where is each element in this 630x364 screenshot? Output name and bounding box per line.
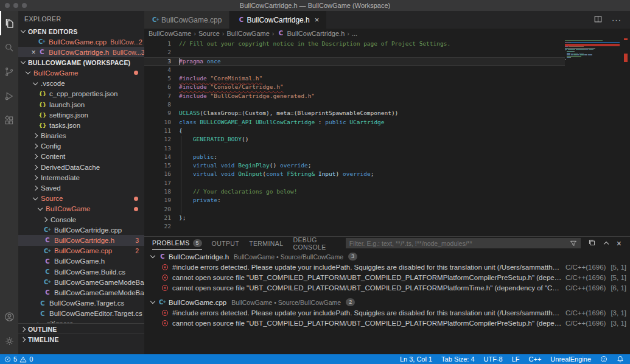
line-number[interactable]: 19 bbox=[144, 196, 179, 205]
panel-tab-terminal[interactable]: TERMINAL bbox=[249, 237, 283, 250]
tree-item-bullcowcartridge-cpp[interactable]: C+BullCowCartridge.cpp bbox=[18, 225, 144, 235]
status-tab-size-4[interactable]: Tab Size: 4 bbox=[441, 355, 474, 363]
activity-explorer-icon[interactable] bbox=[0, 11, 18, 35]
split-editor-icon[interactable] bbox=[594, 15, 602, 26]
activity-settings-icon[interactable] bbox=[0, 329, 18, 353]
filter-funnel-icon[interactable] bbox=[570, 240, 581, 247]
line-number[interactable]: 4 bbox=[144, 66, 179, 74]
code-line-10[interactable]: 10class BULLCOWGAME_API UBullCowCartridg… bbox=[144, 118, 565, 127]
tree-item-source[interactable]: Source bbox=[18, 194, 144, 204]
activity-account-icon[interactable] bbox=[0, 304, 18, 329]
tree-item-bullcowgame-build-cs[interactable]: CBullCowGame.Build.cs bbox=[18, 267, 144, 277]
line-number[interactable]: 22 bbox=[144, 222, 179, 231]
panel-tab-problems[interactable]: PROBLEMS5 bbox=[152, 237, 202, 250]
code-line-6[interactable]: 6#include "Console/Cartridge.h" bbox=[144, 83, 565, 91]
line-number[interactable]: 10 bbox=[144, 118, 179, 127]
line-number[interactable]: 6 bbox=[144, 83, 179, 91]
tab-bullcowgame-cpp[interactable]: C+BullCowGame.cpp bbox=[144, 11, 229, 29]
status-ln-3-col-1[interactable]: Ln 3, Col 1 bbox=[400, 355, 432, 363]
tree-item-bullcowgame-target-cs[interactable]: CBullCowGame.Target.cs bbox=[18, 298, 144, 309]
status-c[interactable]: C++ bbox=[529, 355, 542, 363]
code-line-3[interactable]: 3#pragma once bbox=[144, 57, 565, 66]
tree-item-bullcowgame[interactable]: BullCowGame bbox=[18, 204, 144, 214]
tree-item-bullcowgame-h[interactable]: CBullCowGame.h bbox=[18, 256, 144, 267]
tree-item-console[interactable]: Console bbox=[18, 214, 144, 225]
filter-input[interactable] bbox=[346, 240, 570, 247]
code-line-2[interactable]: 2 bbox=[144, 48, 565, 57]
feedback-smiley-icon[interactable] bbox=[600, 355, 607, 363]
code-line-21[interactable]: 21}; bbox=[144, 214, 565, 222]
code-line-17[interactable]: 17 bbox=[144, 179, 565, 187]
line-number[interactable]: 18 bbox=[144, 187, 179, 196]
problem-row[interactable]: cannot open source file "UBT_COMPILED_PL… bbox=[144, 318, 630, 328]
activity-search-icon[interactable] bbox=[0, 35, 18, 60]
code-line-16[interactable]: 16 virtual void OnInput(const FString& I… bbox=[144, 170, 565, 178]
line-number[interactable]: 15 bbox=[144, 161, 179, 170]
line-number[interactable]: 16 bbox=[144, 170, 179, 178]
code-line-12[interactable]: 12 GENERATED_BODY() bbox=[144, 135, 565, 144]
problems-group-header[interactable]: C+BullCowGame.cppBullCowGame • Source/Bu… bbox=[144, 297, 630, 307]
tree-item-vscode[interactable]: .vscode bbox=[18, 79, 144, 89]
code-line-5[interactable]: 5#include "CoreMinimal.h" bbox=[144, 74, 565, 83]
code-editor[interactable]: 1// Fill out your copyright notice in th… bbox=[144, 38, 630, 236]
tab-bullcowcartridge-h[interactable]: CBullCowCartridge.h× bbox=[229, 11, 327, 29]
tree-item-launch-json[interactable]: {}launch.json bbox=[18, 99, 144, 110]
tree-item-bullcowgamegamemodebase-c[interactable]: C+BullCowGameGameModeBase.c... bbox=[18, 277, 144, 287]
code-line-8[interactable]: 8 bbox=[144, 100, 565, 109]
tree-item-tasks-json[interactable]: {}tasks.json bbox=[18, 120, 144, 130]
code-line-4[interactable]: 4 bbox=[144, 66, 565, 74]
tree-item-deriveddatacache[interactable]: DerivedDataCache bbox=[18, 162, 144, 172]
timeline-section[interactable]: TIMELINE bbox=[18, 334, 144, 345]
breadcrumb-item-bullcowcartridge-h[interactable]: CBullCowCartridge.h bbox=[277, 30, 345, 37]
outline-section[interactable]: OUTLINE bbox=[18, 323, 144, 334]
line-number[interactable]: 17 bbox=[144, 179, 179, 187]
tree-item-config[interactable]: Config bbox=[18, 141, 144, 152]
tree-item-bullcowgame[interactable]: BullCowGame bbox=[18, 68, 144, 78]
tree-item-bullcowgameeditor-target-cs[interactable]: CBullCowGameEditor.Target.cs bbox=[18, 309, 144, 319]
tab-close-icon[interactable]: × bbox=[315, 15, 320, 24]
code-line-19[interactable]: 19 private: bbox=[144, 196, 565, 205]
code-line-11[interactable]: 11{ bbox=[144, 127, 565, 135]
line-number[interactable]: 20 bbox=[144, 205, 179, 214]
activity-run-debug-icon[interactable] bbox=[0, 84, 18, 108]
line-number[interactable]: 8 bbox=[144, 100, 179, 109]
code-line-18[interactable]: 18 // Your declarations go below! bbox=[144, 187, 565, 196]
panel-maximize-icon[interactable] bbox=[604, 242, 609, 247]
tree-item-bullcowgame-cpp[interactable]: C+BullCowGame.cpp2 bbox=[18, 246, 144, 256]
line-number[interactable]: 13 bbox=[144, 144, 179, 153]
warnings-icon[interactable] bbox=[19, 356, 27, 363]
traffic-light-minimize[interactable] bbox=[13, 3, 18, 8]
line-number[interactable]: 21 bbox=[144, 214, 179, 222]
panel-tab-debug-console[interactable]: DEBUG CONSOLE bbox=[293, 237, 335, 250]
code-line-15[interactable]: 15 virtual void BeginPlay() override; bbox=[144, 161, 565, 170]
code-line-13[interactable]: 13 bbox=[144, 144, 565, 153]
tree-item-intermediate[interactable]: Intermediate bbox=[18, 172, 144, 183]
open-editor-bullcowcartridge-h[interactable]: ×CBullCowCartridge.hBullCow...3 bbox=[18, 47, 144, 57]
line-number[interactable]: 7 bbox=[144, 92, 179, 100]
activity-extensions-icon[interactable] bbox=[0, 108, 18, 133]
line-number[interactable]: 2 bbox=[144, 48, 179, 57]
traffic-light-zoom[interactable] bbox=[22, 3, 27, 8]
workspace-header[interactable]: BULLCOWGAME (WORKSPACE) bbox=[18, 57, 144, 68]
line-number[interactable]: 5 bbox=[144, 74, 179, 83]
code-line-1[interactable]: 1// Fill out your copyright notice in th… bbox=[144, 40, 565, 48]
line-number[interactable]: 12 bbox=[144, 135, 179, 144]
code-line-7[interactable]: 7#include "BullCowCartridge.generated.h" bbox=[144, 92, 565, 100]
more-actions-icon[interactable]: ··· bbox=[612, 17, 621, 23]
problem-row[interactable]: cannot open source file "UBT_COMPILED_PL… bbox=[144, 282, 630, 293]
breadcrumb-item-bullcowgame[interactable]: BullCowGame bbox=[149, 30, 191, 37]
status-utf-8[interactable]: UTF-8 bbox=[484, 355, 503, 363]
line-number[interactable]: 3 bbox=[144, 57, 179, 66]
breadcrumb-item-[interactable]: ... bbox=[352, 30, 357, 37]
code-line-22[interactable]: 22 bbox=[144, 222, 565, 231]
line-number[interactable]: 1 bbox=[144, 40, 179, 48]
panel-close-icon[interactable]: × bbox=[617, 239, 621, 248]
status-unrealengine[interactable]: UnrealEngine bbox=[550, 355, 591, 363]
open-editor-bullcowgame-cpp[interactable]: C+BullCowGame.cppBullCow...2 bbox=[18, 37, 144, 47]
tree-item-binaries[interactable]: Binaries bbox=[18, 131, 144, 141]
line-number[interactable]: 14 bbox=[144, 153, 179, 161]
breadcrumb-item-bullcowgame[interactable]: BullCowGame bbox=[227, 30, 270, 37]
activity-source-control-icon[interactable] bbox=[0, 60, 18, 84]
tree-item-settings-json[interactable]: {}settings.json bbox=[18, 110, 144, 120]
errors-count[interactable]: 5 bbox=[13, 355, 17, 363]
